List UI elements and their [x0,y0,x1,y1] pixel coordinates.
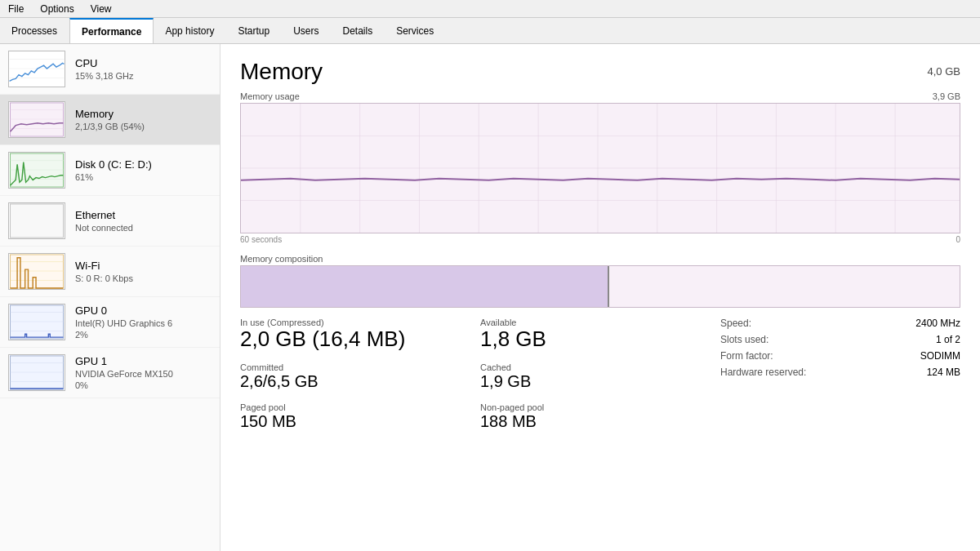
gpu1-info: GPU 1 NVIDIA GeForce MX150 0% [75,355,212,390]
stat-inuse-value: 2,0 GB (16,4 MB) [240,327,480,351]
svg-rect-27 [11,356,64,389]
gpu0-sub2: Intel(R) UHD Graphics 6 [75,318,212,328]
comp-rest-segment [609,266,960,307]
chart-max-label: 3,9 GB [933,91,960,101]
gpu1-sub: 0% [75,380,212,390]
ethernet-info: Ethernet Not connected [75,209,212,233]
stat-inuse: In use (Compressed) 2,0 GB (16,4 MB) [240,318,480,351]
disk-sub: 61% [75,172,212,182]
speed-value: 2400 MHz [915,318,960,329]
wifi-title: Wi-Fi [75,260,212,272]
tab-apphistory[interactable]: App history [154,18,226,43]
memory-sub: 2,1/3,9 GB (54%) [75,122,212,131]
stat-cached-label: Cached [480,362,720,372]
tab-users[interactable]: Users [282,18,331,43]
time-end: 0 [956,235,960,244]
stat-cached-value: 1,9 GB [480,372,720,391]
form-value: SODIMM [920,350,960,362]
menu-file[interactable]: File [5,2,27,16]
gpu1-sub2: NVIDIA GeForce MX150 [75,369,212,379]
main-area: CPU 15% 3,18 GHz Memory 2,1/3,9 GB (54%) [0,44,980,551]
disk-thumbnail [8,152,65,189]
tab-services[interactable]: Services [385,18,446,43]
cpu-info: CPU 15% 3,18 GHz [75,57,212,81]
stat-committed-value: 2,6/6,5 GB [240,372,480,391]
gpu1-title: GPU 1 [75,355,212,367]
sidebar: CPU 15% 3,18 GHz Memory 2,1/3,9 GB (54%) [0,44,220,551]
svg-rect-15 [11,204,64,238]
sidebar-item-disk[interactable]: Disk 0 (C: E: D:) 61% [0,145,220,196]
ethernet-sub: Not connected [75,223,212,233]
gpu0-sub: 2% [75,330,212,340]
gpu0-info: GPU 0 Intel(R) UHD Graphics 6 2% [75,304,212,340]
sidebar-item-memory[interactable]: Memory 2,1/3,9 GB (54%) [0,95,220,145]
memory-usage-section: Memory usage 3,9 GB [240,91,960,244]
gpu1-thumbnail [8,354,65,391]
memory-composition-section: Memory composition [240,254,960,308]
stat-available: Available 1,8 GB [480,318,720,351]
stats-grid: In use (Compressed) 2,0 GB (16,4 MB) Com… [240,318,960,442]
composition-bar [241,266,960,307]
right-stat-form: Form factor: SODIMM [720,350,960,362]
svg-rect-17 [11,255,64,288]
comp-label-text: Memory composition [240,254,323,264]
slots-value: 1 of 2 [936,334,960,345]
menu-bar: File Options View [0,0,980,18]
stat-nonpaged: Non-paged pool 188 MB [480,402,720,431]
memory-title: Memory [75,108,212,120]
form-label: Form factor: [720,350,826,362]
menu-view[interactable]: View [87,2,115,16]
stat-paged-value: 150 MB [240,412,480,431]
right-stat-speed: Speed: 2400 MHz [720,318,960,329]
content-header: Memory 4,0 GB [240,59,960,85]
right-stat-slots: Slots used: 1 of 2 [720,334,960,345]
cpu-title: CPU [75,57,212,69]
hwreserved-value: 124 MB [927,367,960,378]
tab-startup[interactable]: Startup [226,18,282,43]
content-title: Memory [240,59,323,85]
ethernet-thumbnail [8,202,65,239]
wifi-sub: S: 0 R: 0 Kbps [75,273,212,283]
content-area: Memory 4,0 GB Memory usage 3,9 GB [220,44,980,551]
comp-inuse-segment [241,266,608,307]
stat-nonpaged-value: 188 MB [480,412,720,431]
disk-info: Disk 0 (C: E: D:) 61% [75,158,212,182]
chart-label-row: Memory usage 3,9 GB [240,91,960,101]
sidebar-item-cpu[interactable]: CPU 15% 3,18 GHz [0,44,220,95]
stat-paged-label: Paged pool [240,402,480,412]
memory-thumbnail [8,101,65,138]
time-start: 60 seconds [240,235,282,244]
sidebar-item-ethernet[interactable]: Ethernet Not connected [0,196,220,247]
stats-col-3: Speed: 2400 MHz Slots used: 1 of 2 Form … [720,318,960,442]
tab-processes[interactable]: Processes [0,18,69,43]
sidebar-item-gpu0[interactable]: GPU 0 Intel(R) UHD Graphics 6 2% [0,297,220,348]
speed-label: Speed: [720,318,826,329]
cpu-sub: 15% 3,18 GHz [75,71,212,81]
sidebar-item-wifi[interactable]: Wi-Fi S: 0 R: 0 Kbps [0,247,220,297]
hwreserved-label: Hardware reserved: [720,367,826,378]
sidebar-item-gpu1[interactable]: GPU 1 NVIDIA GeForce MX150 0% [0,348,220,398]
stat-available-value: 1,8 GB [480,327,720,351]
disk-title: Disk 0 (C: E: D:) [75,158,212,171]
stat-paged: Paged pool 150 MB [240,402,480,431]
tab-details[interactable]: Details [331,18,385,43]
svg-rect-22 [11,305,64,339]
stat-nonpaged-label: Non-paged pool [480,402,720,412]
tab-performance[interactable]: Performance [69,18,154,43]
content-total: 4,0 GB [928,65,960,78]
time-axis: 60 seconds 0 [240,235,960,244]
stats-col-2: Available 1,8 GB Cached 1,9 GB Non-paged… [480,318,720,442]
stat-cached: Cached 1,9 GB [480,362,720,391]
memory-info: Memory 2,1/3,9 GB (54%) [75,108,212,131]
wifi-info: Wi-Fi S: 0 R: 0 Kbps [75,260,212,283]
ethernet-title: Ethernet [75,209,212,221]
stat-committed: Committed 2,6/6,5 GB [240,362,480,391]
svg-rect-5 [11,103,64,136]
menu-options[interactable]: Options [37,2,77,16]
wifi-thumbnail [8,253,65,290]
memory-composition-chart [240,265,960,308]
comp-label-row: Memory composition [240,254,960,264]
tab-bar: Processes Performance App history Startu… [0,18,980,44]
slots-label: Slots used: [720,334,826,345]
cpu-thumbnail [8,51,65,87]
